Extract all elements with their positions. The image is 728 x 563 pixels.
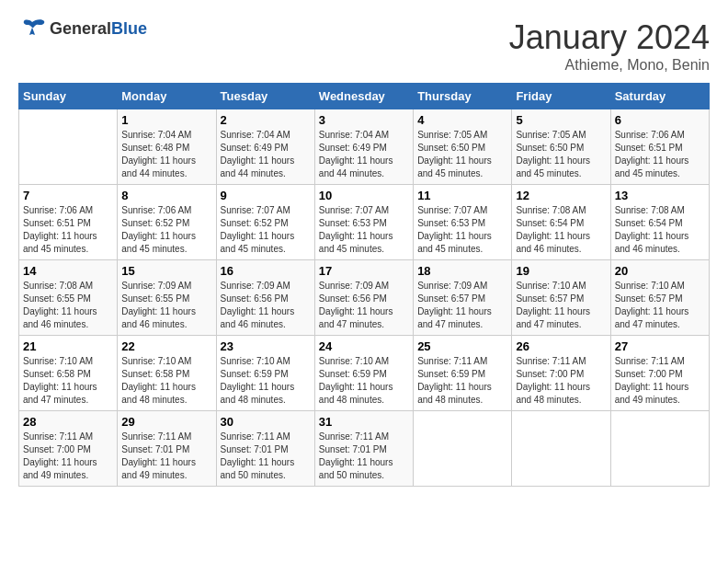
calendar-cell: 20Sunrise: 7:10 AMSunset: 6:57 PMDayligh…	[610, 260, 709, 336]
day-info: Sunrise: 7:09 AMSunset: 6:56 PMDaylight:…	[221, 280, 311, 331]
calendar-cell: 8Sunrise: 7:06 AMSunset: 6:52 PMDaylight…	[118, 185, 216, 260]
day-info: Sunrise: 7:07 AMSunset: 6:53 PMDaylight:…	[417, 204, 507, 256]
calendar-cell: 31Sunrise: 7:11 AMSunset: 7:01 PMDayligh…	[314, 411, 413, 487]
day-number: 30	[221, 415, 311, 429]
day-number: 17	[319, 264, 409, 278]
day-number: 16	[221, 264, 311, 278]
day-number: 31	[319, 415, 409, 429]
day-number: 6	[615, 113, 705, 127]
day-number: 14	[23, 264, 113, 278]
calendar-cell: 14Sunrise: 7:08 AMSunset: 6:55 PMDayligh…	[19, 260, 118, 336]
calendar-cell: 23Sunrise: 7:10 AMSunset: 6:59 PMDayligh…	[216, 336, 314, 411]
header-row: Sunday Monday Tuesday Wednesday Thursday…	[19, 84, 710, 109]
day-info: Sunrise: 7:11 AMSunset: 7:00 PMDaylight:…	[23, 431, 113, 482]
calendar-cell: 11Sunrise: 7:07 AMSunset: 6:53 PMDayligh…	[414, 185, 512, 260]
day-info: Sunrise: 7:09 AMSunset: 6:57 PMDaylight:…	[417, 280, 507, 331]
calendar-cell: 25Sunrise: 7:11 AMSunset: 6:59 PMDayligh…	[414, 336, 512, 411]
calendar-cell	[512, 411, 610, 487]
day-number: 27	[615, 339, 705, 353]
day-info: Sunrise: 7:10 AMSunset: 6:58 PMDaylight:…	[121, 355, 211, 407]
calendar-week-2: 7Sunrise: 7:06 AMSunset: 6:51 PMDaylight…	[19, 185, 710, 260]
calendar-cell: 2Sunrise: 7:04 AMSunset: 6:49 PMDaylight…	[216, 109, 314, 185]
day-info: Sunrise: 7:11 AMSunset: 7:00 PMDaylight:…	[516, 355, 606, 407]
calendar-cell: 18Sunrise: 7:09 AMSunset: 6:57 PMDayligh…	[414, 260, 512, 336]
day-number: 25	[417, 339, 507, 353]
day-number: 8	[121, 189, 211, 202]
calendar-cell: 27Sunrise: 7:11 AMSunset: 7:00 PMDayligh…	[610, 336, 709, 411]
day-number: 5	[516, 113, 606, 127]
calendar-cell: 1Sunrise: 7:04 AMSunset: 6:48 PMDaylight…	[118, 109, 216, 185]
calendar-cell: 7Sunrise: 7:06 AMSunset: 6:51 PMDaylight…	[19, 185, 118, 260]
day-info: Sunrise: 7:08 AMSunset: 6:54 PMDaylight:…	[516, 204, 606, 256]
day-number: 12	[516, 189, 606, 202]
col-friday: Friday	[512, 84, 610, 109]
day-info: Sunrise: 7:05 AMSunset: 6:50 PMDaylight:…	[516, 129, 606, 180]
col-tuesday: Tuesday	[216, 84, 314, 109]
calendar-cell	[19, 109, 118, 185]
day-info: Sunrise: 7:06 AMSunset: 6:52 PMDaylight:…	[121, 204, 211, 256]
col-monday: Monday	[118, 84, 216, 109]
calendar-week-3: 14Sunrise: 7:08 AMSunset: 6:55 PMDayligh…	[19, 260, 710, 336]
col-thursday: Thursday	[414, 84, 512, 109]
day-number: 11	[417, 189, 507, 202]
calendar-cell: 29Sunrise: 7:11 AMSunset: 7:01 PMDayligh…	[118, 411, 216, 487]
logo-general: General	[50, 19, 111, 38]
day-info: Sunrise: 7:08 AMSunset: 6:54 PMDaylight:…	[615, 204, 705, 256]
day-number: 24	[319, 339, 409, 353]
calendar-cell: 16Sunrise: 7:09 AMSunset: 6:56 PMDayligh…	[216, 260, 314, 336]
calendar-cell: 5Sunrise: 7:05 AMSunset: 6:50 PMDaylight…	[512, 109, 610, 185]
day-info: Sunrise: 7:10 AMSunset: 6:57 PMDaylight:…	[615, 280, 705, 331]
day-number: 4	[417, 113, 507, 127]
day-info: Sunrise: 7:07 AMSunset: 6:52 PMDaylight:…	[221, 204, 311, 256]
calendar-cell: 28Sunrise: 7:11 AMSunset: 7:00 PMDayligh…	[19, 411, 118, 487]
logo: GeneralBlue	[18, 18, 147, 39]
day-number: 15	[121, 264, 211, 278]
calendar-table: Sunday Monday Tuesday Wednesday Thursday…	[18, 83, 710, 487]
day-number: 21	[23, 339, 113, 353]
calendar-cell: 10Sunrise: 7:07 AMSunset: 6:53 PMDayligh…	[314, 185, 413, 260]
day-info: Sunrise: 7:11 AMSunset: 7:01 PMDaylight:…	[221, 431, 311, 482]
day-info: Sunrise: 7:10 AMSunset: 6:59 PMDaylight:…	[221, 355, 311, 407]
calendar-cell: 6Sunrise: 7:06 AMSunset: 6:51 PMDaylight…	[610, 109, 709, 185]
day-number: 7	[23, 189, 113, 202]
col-saturday: Saturday	[610, 84, 709, 109]
calendar-cell: 4Sunrise: 7:05 AMSunset: 6:50 PMDaylight…	[414, 109, 512, 185]
day-number: 26	[516, 339, 606, 353]
calendar-cell: 22Sunrise: 7:10 AMSunset: 6:58 PMDayligh…	[118, 336, 216, 411]
day-info: Sunrise: 7:09 AMSunset: 6:55 PMDaylight:…	[121, 280, 211, 331]
calendar-subtitle: Athieme, Mono, Benin	[509, 57, 710, 74]
day-info: Sunrise: 7:11 AMSunset: 7:00 PMDaylight:…	[615, 355, 705, 407]
calendar-week-5: 28Sunrise: 7:11 AMSunset: 7:00 PMDayligh…	[19, 411, 710, 487]
col-sunday: Sunday	[19, 84, 118, 109]
calendar-cell: 26Sunrise: 7:11 AMSunset: 7:00 PMDayligh…	[512, 336, 610, 411]
day-info: Sunrise: 7:06 AMSunset: 6:51 PMDaylight:…	[23, 204, 113, 256]
day-info: Sunrise: 7:05 AMSunset: 6:50 PMDaylight:…	[417, 129, 507, 180]
calendar-cell: 24Sunrise: 7:10 AMSunset: 6:59 PMDayligh…	[314, 336, 413, 411]
day-number: 2	[221, 113, 311, 127]
calendar-week-1: 1Sunrise: 7:04 AMSunset: 6:48 PMDaylight…	[19, 109, 710, 185]
logo-icon	[18, 18, 46, 39]
calendar-cell: 12Sunrise: 7:08 AMSunset: 6:54 PMDayligh…	[512, 185, 610, 260]
day-number: 13	[615, 189, 705, 202]
calendar-cell: 21Sunrise: 7:10 AMSunset: 6:58 PMDayligh…	[19, 336, 118, 411]
day-number: 19	[516, 264, 606, 278]
day-info: Sunrise: 7:11 AMSunset: 6:59 PMDaylight:…	[417, 355, 507, 407]
title-block: January 2024 Athieme, Mono, Benin	[509, 18, 710, 74]
day-number: 10	[319, 189, 409, 202]
calendar-cell: 9Sunrise: 7:07 AMSunset: 6:52 PMDaylight…	[216, 185, 314, 260]
calendar-cell: 30Sunrise: 7:11 AMSunset: 7:01 PMDayligh…	[216, 411, 314, 487]
calendar-body: 1Sunrise: 7:04 AMSunset: 6:48 PMDaylight…	[19, 109, 710, 487]
day-info: Sunrise: 7:08 AMSunset: 6:55 PMDaylight:…	[23, 280, 113, 331]
calendar-cell: 19Sunrise: 7:10 AMSunset: 6:57 PMDayligh…	[512, 260, 610, 336]
calendar-cell: 13Sunrise: 7:08 AMSunset: 6:54 PMDayligh…	[610, 185, 709, 260]
day-info: Sunrise: 7:10 AMSunset: 6:59 PMDaylight:…	[319, 355, 409, 407]
day-info: Sunrise: 7:04 AMSunset: 6:49 PMDaylight:…	[319, 129, 409, 180]
day-info: Sunrise: 7:10 AMSunset: 6:57 PMDaylight:…	[516, 280, 606, 331]
calendar-cell	[610, 411, 709, 487]
day-number: 23	[221, 339, 311, 353]
calendar-week-4: 21Sunrise: 7:10 AMSunset: 6:58 PMDayligh…	[19, 336, 710, 411]
day-number: 9	[221, 189, 311, 202]
day-info: Sunrise: 7:06 AMSunset: 6:51 PMDaylight:…	[615, 129, 705, 180]
day-number: 1	[121, 113, 211, 127]
col-wednesday: Wednesday	[314, 84, 413, 109]
